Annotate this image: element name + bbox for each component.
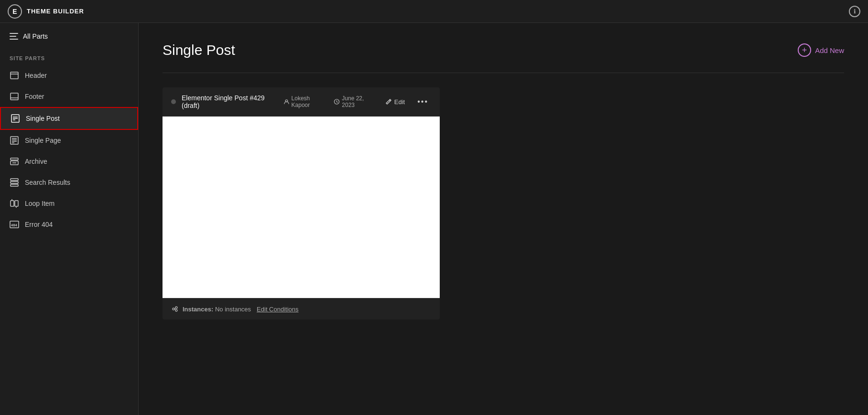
svg-point-25	[173, 308, 174, 310]
date-icon	[334, 98, 340, 105]
sidebar-item-label-footer: Footer	[25, 93, 44, 100]
svg-rect-20	[15, 201, 18, 206]
instances-label: Instances:	[183, 306, 213, 313]
post-author-meta: Lokesh Kapoor	[283, 95, 327, 108]
archive-icon	[10, 157, 19, 166]
svg-rect-0	[11, 72, 18, 79]
all-parts-label: All Parts	[23, 32, 48, 40]
sidebar-item-label-archive: Archive	[25, 158, 47, 165]
post-preview	[163, 117, 440, 298]
svg-point-27	[175, 309, 177, 311]
more-options-button[interactable]: •••	[414, 96, 431, 108]
hamburger-icon	[10, 33, 18, 40]
instances-value: No instances	[215, 306, 251, 313]
add-new-icon: +	[798, 43, 811, 57]
sidebar-item-header[interactable]: Header	[0, 65, 138, 86]
site-parts-section-label: SITE PARTS	[0, 50, 138, 65]
elementor-logo: E	[8, 4, 22, 19]
edit-icon	[385, 98, 392, 105]
svg-rect-19	[11, 201, 14, 206]
main-layout: All Parts SITE PARTS Header Footer	[0, 23, 868, 415]
post-status-dot	[171, 99, 176, 104]
author-icon	[283, 98, 290, 105]
sidebar-item-search-results[interactable]: Search Results	[0, 172, 138, 193]
svg-point-26	[175, 307, 177, 309]
loop-item-icon	[10, 199, 19, 208]
topbar-left: E THEME BUILDER	[8, 4, 84, 19]
post-card-header: Elementor Single Post #429 (draft) Lokes…	[163, 87, 440, 117]
svg-text:404: 404	[11, 223, 17, 227]
hamburger-line-2	[10, 36, 16, 37]
info-icon[interactable]: ℹ	[849, 6, 860, 17]
sidebar-item-label-single-post: Single Post	[26, 115, 60, 122]
post-card-footer: Instances: No instances Edit Conditions	[163, 298, 440, 319]
edit-conditions-link[interactable]: Edit Conditions	[257, 306, 298, 313]
topbar: E THEME BUILDER ℹ	[0, 0, 868, 23]
sidebar: All Parts SITE PARTS Header Footer	[0, 23, 139, 415]
error-404-icon: 404	[10, 220, 19, 229]
svg-rect-18	[11, 184, 18, 186]
search-results-icon	[10, 178, 19, 187]
svg-rect-17	[11, 181, 18, 183]
sidebar-item-footer[interactable]: Footer	[0, 86, 138, 107]
page-title: Single Post	[163, 42, 235, 58]
instances-text: Instances: No instances	[183, 306, 251, 313]
post-date-meta: June 22, 2023	[334, 95, 375, 108]
instances-icon	[171, 305, 179, 313]
post-meta: Lokesh Kapoor June 22, 2023	[283, 95, 376, 108]
sidebar-item-label-search-results: Search Results	[25, 179, 70, 186]
add-new-button[interactable]: + Add New	[798, 43, 844, 57]
hamburger-line-3	[10, 39, 18, 40]
post-author: Lokesh Kapoor	[292, 95, 327, 108]
post-title: Elementor Single Post #429 (draft)	[182, 94, 278, 109]
sidebar-item-label-loop-item: Loop Item	[25, 200, 54, 207]
sidebar-item-label-error-404: Error 404	[25, 221, 53, 228]
single-post-icon	[11, 114, 20, 123]
post-date: June 22, 2023	[342, 95, 375, 108]
single-page-icon	[10, 136, 19, 145]
footer-icon	[10, 92, 19, 101]
sidebar-item-label-single-page: Single Page	[25, 137, 61, 144]
header-icon	[10, 71, 19, 80]
sidebar-item-single-page[interactable]: Single Page	[0, 130, 138, 151]
hamburger-line-1	[10, 33, 18, 34]
content-header: Single Post + Add New	[163, 42, 844, 58]
add-new-label: Add New	[815, 46, 844, 54]
sidebar-item-loop-item[interactable]: Loop Item	[0, 193, 138, 214]
all-parts-button[interactable]: All Parts	[0, 23, 138, 50]
svg-rect-13	[11, 158, 18, 160]
edit-button[interactable]: Edit	[381, 96, 409, 107]
content-divider	[163, 73, 844, 73]
sidebar-item-archive[interactable]: Archive	[0, 151, 138, 172]
app-title: THEME BUILDER	[27, 8, 84, 15]
content-area: Single Post + Add New Elementor Single P…	[139, 23, 868, 415]
svg-rect-2	[11, 93, 18, 100]
svg-line-29	[174, 309, 175, 310]
svg-line-28	[174, 308, 175, 309]
sidebar-item-label-header: Header	[25, 72, 47, 79]
edit-label: Edit	[394, 98, 405, 106]
post-card: Elementor Single Post #429 (draft) Lokes…	[163, 87, 440, 319]
sidebar-item-single-post[interactable]: Single Post	[0, 107, 138, 130]
svg-rect-16	[11, 179, 18, 181]
sidebar-item-error-404[interactable]: 404 Error 404	[0, 214, 138, 235]
